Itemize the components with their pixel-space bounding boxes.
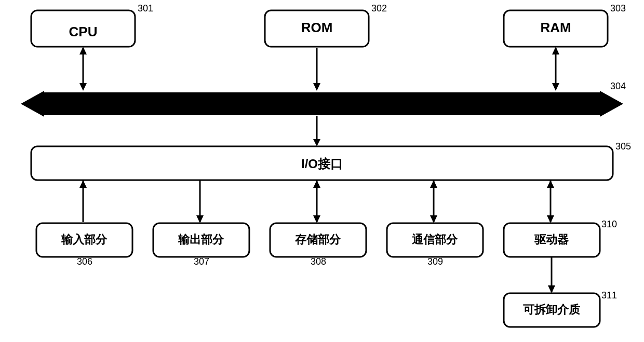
diagram-container: 301 302 303 CPU ROM RAM 304 [0, 0, 644, 342]
svg-marker-17 [21, 91, 44, 117]
svg-marker-38 [547, 215, 554, 223]
svg-text:CPU: CPU [69, 24, 98, 39]
svg-text:310: 310 [601, 219, 617, 229]
svg-text:309: 309 [427, 256, 443, 267]
svg-text:ROM: ROM [301, 20, 333, 35]
svg-text:301: 301 [138, 3, 153, 13]
svg-marker-10 [79, 83, 87, 91]
svg-text:I/O接口: I/O接口 [301, 157, 343, 171]
svg-text:311: 311 [601, 290, 617, 300]
svg-text:输出部分: 输出部分 [178, 233, 224, 246]
svg-marker-28 [79, 180, 87, 188]
svg-text:308: 308 [311, 256, 326, 267]
svg-marker-36 [430, 180, 437, 188]
svg-text:303: 303 [610, 3, 626, 13]
svg-text:⌐: ⌐ [602, 103, 608, 114]
svg-marker-56 [548, 285, 555, 293]
svg-text:302: 302 [371, 3, 387, 13]
svg-text:通信部分: 通信部分 [412, 233, 458, 246]
svg-marker-15 [552, 83, 559, 91]
svg-marker-13 [313, 83, 320, 91]
svg-marker-16 [552, 47, 559, 54]
svg-marker-35 [430, 215, 437, 223]
svg-marker-33 [313, 180, 320, 188]
svg-text:305: 305 [615, 141, 631, 152]
svg-marker-30 [196, 215, 204, 223]
svg-text:306: 306 [77, 256, 92, 267]
svg-text:可拆卸介质: 可拆卸介质 [523, 303, 581, 316]
svg-text:RAM: RAM [540, 20, 571, 35]
svg-marker-11 [79, 47, 87, 54]
diagram-svg: 301 302 303 CPU ROM RAM 304 [0, 0, 644, 342]
svg-text:307: 307 [194, 256, 209, 267]
svg-text:304: 304 [610, 81, 626, 91]
svg-text:驱动器: 驱动器 [534, 233, 569, 246]
svg-text:存储部分: 存储部分 [294, 233, 341, 246]
svg-marker-32 [313, 215, 320, 223]
svg-text:输入部分: 输入部分 [61, 233, 108, 246]
svg-marker-39 [547, 180, 554, 188]
svg-rect-19 [43, 92, 601, 115]
svg-marker-23 [313, 139, 320, 146]
